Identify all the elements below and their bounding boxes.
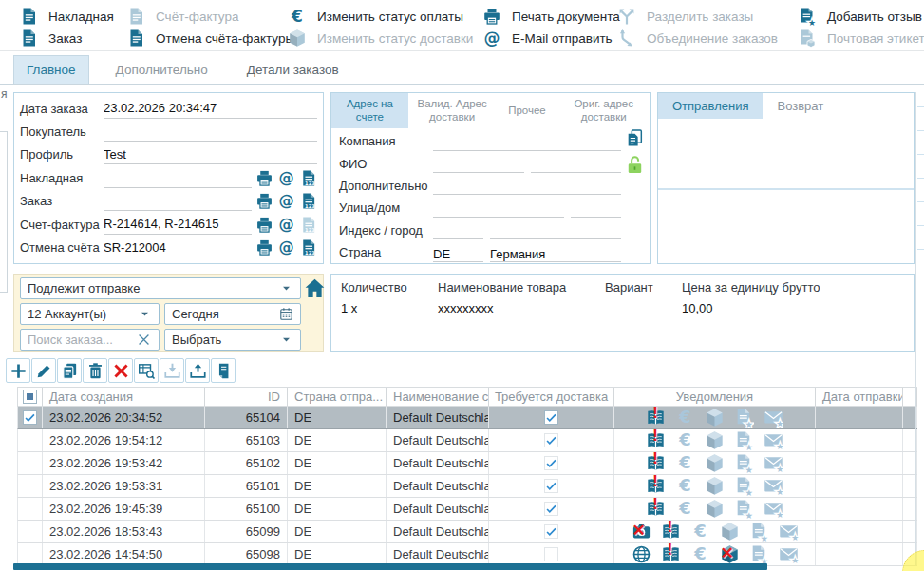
- field-value[interactable]: [104, 191, 252, 211]
- clear-search-icon[interactable]: [136, 332, 152, 348]
- column-header-ship[interactable]: Дата отправки: [816, 388, 903, 406]
- export-button[interactable]: [185, 358, 210, 383]
- toolbar-item[interactable]: Разделить заказы: [617, 7, 753, 26]
- toolbar-item[interactable]: Печать документа: [482, 7, 620, 26]
- order-row[interactable]: 23.02.2026 18:53:4365099DEDefault Deutsc…: [17, 521, 917, 543]
- delivery-checkbox[interactable]: [544, 479, 558, 493]
- column-header-name[interactable]: Наименование с...: [387, 388, 489, 406]
- address-input[interactable]: [433, 132, 621, 151]
- table-search-button[interactable]: [134, 358, 159, 383]
- order-row[interactable]: 23.02.2026 19:53:3165101DEDefault Deutsc…: [17, 475, 917, 498]
- address-tab[interactable]: Адрес на счете: [331, 93, 408, 128]
- toolbar-item[interactable]: ★★Добавить отзыв: [798, 7, 922, 26]
- address-input[interactable]: DE: [433, 243, 483, 262]
- add-button[interactable]: [6, 358, 30, 383]
- doc-123-icon[interactable]: 123: [299, 238, 317, 257]
- printer-icon[interactable]: [255, 238, 273, 257]
- toolbar-item[interactable]: Изменить статус доставки: [288, 29, 473, 48]
- unlock-icon[interactable]: [625, 155, 645, 175]
- column-header-notif[interactable]: Уведомления: [614, 388, 816, 406]
- address-input[interactable]: [433, 199, 564, 218]
- order-row[interactable]: 23.02.2026 19:45:3965100DEDefault Deutsc…: [17, 498, 917, 521]
- address-input[interactable]: [490, 220, 621, 239]
- column-header-country[interactable]: Страна отпра...: [288, 388, 387, 406]
- order-search-input[interactable]: Поиск заказа...: [20, 329, 160, 351]
- field-value[interactable]: [104, 122, 317, 142]
- address-tab[interactable]: Валид. Адрес доставки: [408, 93, 497, 128]
- mail-star-icon: ★★: [764, 477, 783, 496]
- row-checkbox[interactable]: [23, 410, 37, 425]
- toolbar-item[interactable]: Заказ: [19, 29, 82, 48]
- field-value[interactable]: R-214614, R-214615: [104, 215, 252, 235]
- cell-date: 23.02.2026 14:54:50: [43, 543, 205, 565]
- toolbar-item[interactable]: Объединение заказов: [617, 29, 778, 48]
- edit-button[interactable]: [31, 358, 56, 383]
- tab-active[interactable]: Главное: [13, 55, 89, 84]
- tab-inactive[interactable]: Дополнительно: [104, 55, 220, 84]
- toolbar-item[interactable]: Отмена счёта-фактуры: [126, 29, 294, 48]
- doc-star-icon: ★★: [749, 545, 769, 564]
- address-input[interactable]: [433, 220, 483, 239]
- address-tab[interactable]: Прочее: [496, 93, 557, 128]
- printer-icon[interactable]: [255, 192, 273, 210]
- delivery-checkbox[interactable]: [544, 502, 558, 516]
- delivery-checkbox[interactable]: [544, 547, 558, 561]
- delivery-checkbox[interactable]: [544, 456, 558, 470]
- address-input[interactable]: [433, 154, 524, 173]
- tab-inactive[interactable]: Детали заказов: [235, 55, 351, 84]
- address-field-row: СтранаDEГермания: [339, 241, 621, 263]
- column-header-id[interactable]: ID: [205, 388, 288, 406]
- field-value[interactable]: [104, 168, 252, 188]
- column-header-delivery[interactable]: Требуется доставка: [489, 388, 614, 406]
- delivery-checkbox[interactable]: [544, 410, 558, 425]
- copy-doc-icon[interactable]: [625, 128, 645, 148]
- status-filter-dropdown[interactable]: Подлежит отправке: [20, 277, 301, 299]
- home-button[interactable]: [304, 277, 326, 299]
- delivery-checkbox[interactable]: [544, 524, 558, 539]
- order-row[interactable]: 23.02.2026 20:34:5265104DEDefault Deutsc…: [17, 407, 917, 429]
- cell-delivery: [489, 498, 614, 520]
- printer-icon[interactable]: [255, 216, 273, 234]
- select-dropdown[interactable]: Выбрать: [164, 329, 301, 351]
- date-filter[interactable]: Сегодня: [164, 303, 301, 325]
- remove-button[interactable]: [108, 358, 133, 383]
- field-value[interactable]: SR-212004: [104, 238, 252, 257]
- at-icon[interactable]: @: [277, 169, 295, 187]
- delete-button[interactable]: [83, 358, 107, 383]
- toolbar-item[interactable]: @E-Mail отправить: [482, 29, 613, 48]
- form-field-row: Покупатель: [20, 120, 317, 143]
- copy-button[interactable]: [57, 358, 82, 383]
- address-input[interactable]: [531, 154, 622, 173]
- at-icon[interactable]: @: [277, 216, 295, 234]
- clipboard-button[interactable]: [211, 358, 236, 383]
- at-icon[interactable]: @: [277, 192, 295, 210]
- cell-date: 23.02.2026 19:53:31: [43, 475, 205, 497]
- select-all-checkbox[interactable]: [23, 390, 37, 404]
- shipments-tab[interactable]: Отправления: [658, 93, 763, 119]
- column-header-date[interactable]: Дата создания: [43, 388, 205, 406]
- doc-123-icon[interactable]: 123: [299, 192, 317, 210]
- printer-icon[interactable]: [255, 169, 273, 187]
- scrollbar-thumb[interactable]: [13, 563, 767, 570]
- address-input[interactable]: [571, 199, 621, 218]
- address-input[interactable]: [433, 176, 621, 195]
- address-tab[interactable]: Ориг. адрес доставки: [557, 93, 650, 128]
- field-value[interactable]: Test: [104, 144, 317, 164]
- horizontal-scrollbar[interactable]: [13, 563, 915, 571]
- at-icon[interactable]: @: [277, 238, 295, 257]
- delivery-checkbox[interactable]: [544, 433, 558, 447]
- toolbar-item[interactable]: Счёт-фактура: [126, 7, 238, 26]
- address-input[interactable]: Германия: [490, 243, 621, 262]
- import-button[interactable]: [160, 358, 184, 383]
- order-row[interactable]: 23.02.2026 19:53:4265102DEDefault Deutsc…: [17, 452, 917, 475]
- doc-123-icon[interactable]: 123: [299, 169, 317, 187]
- column-header-check[interactable]: [18, 388, 43, 406]
- toolbar-item[interactable]: Почтовая этикетка: [798, 29, 924, 48]
- accounts-dropdown[interactable]: 12 Аккаунт(ы): [20, 303, 160, 325]
- field-value[interactable]: 23.02.2026 20:34:47: [104, 99, 317, 119]
- printer-icon: [482, 7, 501, 26]
- shipments-tab[interactable]: Возврат: [763, 93, 838, 119]
- order-row[interactable]: 23.02.2026 19:54:1265103DEDefault Deutsc…: [17, 429, 917, 452]
- toolbar-item[interactable]: €Изменить статус оплаты: [288, 7, 463, 26]
- toolbar-item[interactable]: Накладная: [19, 7, 114, 26]
